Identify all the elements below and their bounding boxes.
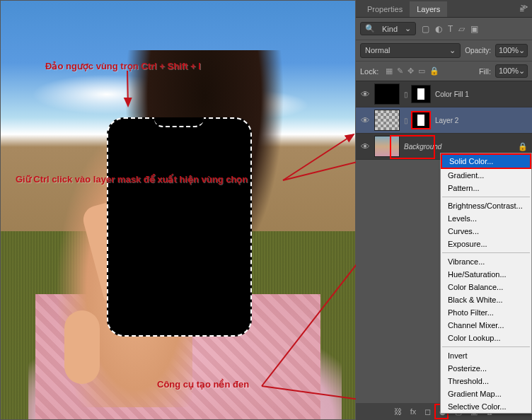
menu-curves[interactable]: Curves... [441, 225, 531, 238]
add-mask-icon[interactable]: ◻ [424, 407, 431, 416]
thumb-finger [64, 310, 100, 384]
visibility-icon[interactable]: 👁 [360, 141, 370, 152]
layer-name[interactable]: Layer 2 [435, 117, 458, 124]
visibility-icon[interactable]: 👁 [360, 89, 370, 100]
filter-shape-icon[interactable]: ▱ [458, 24, 465, 34]
link-layers-icon[interactable]: ⛓ [394, 407, 402, 416]
menu-pattern[interactable]: Pattern... [441, 182, 531, 194]
filter-kind-label: Kind [382, 25, 398, 33]
filter-icons: ▢ ◐ T ▱ ▣ [422, 24, 478, 34]
menu-separator [442, 197, 530, 197]
blend-mode-value: Normal [365, 46, 390, 55]
tab-layers[interactable]: Layers [410, 1, 447, 17]
filter-kind-dropdown[interactable]: 🔍 Kind ⌄ [360, 22, 416, 35]
opacity-label: Opacity: [465, 47, 491, 54]
layer-row-colorfill[interactable]: 👁 ▯ Color Fill 1 [356, 81, 532, 107]
blend-mode-dropdown[interactable]: Normal ⌄ [360, 43, 461, 58]
panel-collapse-icon[interactable]: ≫ [521, 3, 528, 11]
fx-icon[interactable]: fx [410, 407, 417, 416]
annotation-top: Đảo ngược vùng trọn Ctrl + Shift + I [45, 61, 201, 71]
lock-transparent-icon[interactable]: ▦ [386, 66, 393, 76]
blend-row: Normal ⌄ Opacity: 100%⌄ [356, 40, 532, 62]
layer-row-layer2[interactable]: 👁 ▯ Layer 2 [356, 107, 532, 134]
link-icon: ▯ [404, 117, 408, 124]
layer-name[interactable]: Background [404, 143, 441, 151]
menu-exposure[interactable]: Exposure... [441, 238, 531, 250]
opacity-input[interactable]: 100%⌄ [495, 44, 528, 57]
panel-tabs: Properties Layers ≡ [356, 0, 532, 18]
annotation-middle: Giữ Ctrl click vào layer mask để xuất hi… [16, 174, 248, 185]
phone-notch [154, 117, 204, 127]
menu-selective[interactable]: Selective Color... [441, 400, 531, 413]
menu-threshold[interactable]: Threshold... [441, 375, 531, 387]
menu-levels[interactable]: Levels... [441, 212, 531, 225]
menu-colorbalance[interactable]: Color Balance... [441, 281, 531, 293]
menu-bw[interactable]: Black & White... [441, 293, 531, 306]
link-icon: ▯ [404, 91, 408, 98]
menu-separator [442, 252, 530, 253]
search-icon: 🔍 [365, 24, 375, 33]
menu-gradmap[interactable]: Gradient Map... [441, 387, 531, 400]
visibility-icon[interactable]: 👁 [360, 115, 370, 126]
fill-label: Fill: [479, 67, 491, 76]
menu-vibrance[interactable]: Vibrance... [441, 255, 531, 268]
chevron-down-icon: ⌄ [405, 24, 411, 33]
lock-artboard-icon[interactable]: ▭ [418, 66, 425, 76]
menu-gradient[interactable]: Gradient... [441, 169, 531, 182]
lock-all-icon[interactable]: 🔒 [429, 66, 439, 76]
layer-filter-row: 🔍 Kind ⌄ ▢ ◐ T ▱ ▣ [356, 18, 532, 40]
layer-name[interactable]: Color Fill 1 [435, 91, 469, 98]
layer-mask-thumb[interactable] [411, 85, 431, 103]
filter-adjust-icon[interactable]: ◐ [435, 24, 442, 34]
filter-pixel-icon[interactable]: ▢ [422, 24, 429, 34]
layer-thumb[interactable] [374, 83, 400, 105]
phone-selection[interactable] [107, 117, 252, 337]
filter-smart-icon[interactable]: ▣ [470, 24, 478, 34]
menu-invert[interactable]: Invert [441, 349, 531, 362]
fill-layer-menu: Solid Color... Gradient... Pattern... Br… [440, 153, 532, 414]
annotation-bottom: Công cụ tạo nền đen [157, 379, 249, 390]
menu-photofilter[interactable]: Photo Filter... [441, 306, 531, 319]
menu-channelmixer[interactable]: Channel Mixer... [441, 319, 531, 332]
layer-thumb[interactable] [374, 110, 400, 131]
lock-icon[interactable]: 🔒 [518, 142, 528, 151]
lock-label: Lock: [360, 67, 378, 76]
menu-hue[interactable]: Hue/Saturation... [441, 268, 531, 281]
menu-colorlookup[interactable]: Color Lookup... [441, 332, 531, 344]
menu-solid-color[interactable]: Solid Color... [441, 153, 531, 169]
layer-thumb[interactable] [374, 136, 400, 157]
layer-mask-thumb[interactable] [411, 111, 431, 129]
menu-separator [442, 346, 530, 347]
filter-type-icon[interactable]: T [448, 24, 453, 34]
lock-position-icon[interactable]: ✥ [407, 66, 414, 76]
fill-input[interactable]: 100%⌄ [495, 64, 528, 78]
menu-brightness[interactable]: Brightness/Contrast... [441, 199, 531, 212]
chevron-down-icon: ⌄ [449, 46, 456, 55]
menu-posterize[interactable]: Posterize... [441, 362, 531, 375]
layers-list: 👁 ▯ Color Fill 1 👁 ▯ Layer 2 👁 Backgroun… [356, 81, 532, 160]
lock-pixels-icon[interactable]: ✎ [397, 66, 403, 76]
tab-properties[interactable]: Properties [360, 1, 410, 17]
lock-row: Lock: ▦ ✎ ✥ ▭ 🔒 Fill: 100%⌄ [356, 62, 532, 81]
